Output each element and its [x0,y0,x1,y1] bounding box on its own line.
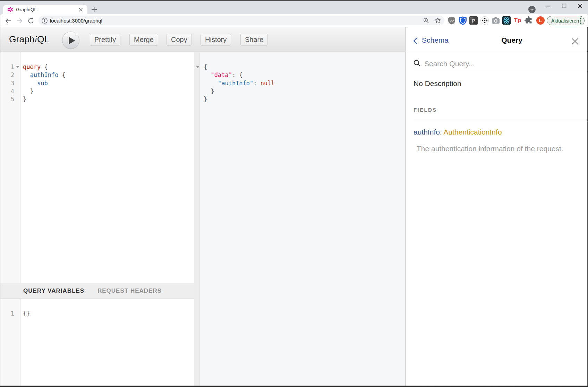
line-number: 1 [0,310,14,318]
field-name-link[interactable]: authInfo [414,128,440,136]
divider [414,120,588,120]
fold-arrow-icon[interactable] [196,66,199,68]
extensions-puzzle-icon[interactable] [524,16,533,25]
divider [414,72,588,72]
query-variables-editor[interactable]: 1 {} [0,299,194,386]
camera-extension-icon[interactable] [491,16,500,25]
result-viewer: { "data": { "authInfo": null }} [194,52,405,386]
svg-text:UO: UO [450,19,454,22]
line-number: 1 [0,63,14,71]
line-number: 5 [0,95,14,103]
play-icon [69,37,75,44]
ublock-extension-icon[interactable]: UO [447,16,456,25]
new-tab-button[interactable] [91,7,97,12]
graphql-favicon [8,7,13,12]
line-number: 4 [0,87,14,95]
share-button[interactable]: Share [240,34,268,46]
window-maximize-button[interactable] [559,3,569,9]
history-button[interactable]: History [201,34,231,46]
tab-request-headers[interactable]: REQUEST HEADERS [97,287,162,294]
react-devtools-extension-icon[interactable] [502,16,511,25]
svg-text:P: P [472,18,475,24]
tab-search-icon[interactable] [528,6,536,13]
field-item: authInfo: AuthenticationInfo [414,128,502,136]
browser-tab[interactable]: GraphiQL [3,5,87,15]
fields-section-label: FIELDS [414,107,437,113]
query-code[interactable]: query { authInfo { sub }} [23,63,66,103]
window-close-button[interactable] [575,3,585,9]
zoom-icon[interactable] [423,18,429,24]
copy-button[interactable]: Copy [167,34,192,46]
doc-search-input[interactable] [424,60,577,68]
graphiql-logo: GraphiQL [9,34,49,45]
search-icon [414,60,421,67]
site-info-icon[interactable] [42,18,48,24]
url-text[interactable]: localhost:3000/graphql [50,18,102,24]
address-bar[interactable]: localhost:3000/graphql [39,16,444,25]
update-chrome-label: Aktualisieren [551,18,579,24]
browser-tab-strip: GraphiQL [0,1,588,14]
bitwarden-extension-icon[interactable] [458,16,467,25]
doc-search-row [406,52,588,72]
doc-explorer-panel: Query Schema No Description FIELDS authI… [405,27,587,386]
result-code: { "data": { "authInfo": null }} [204,63,275,103]
tab-close-icon[interactable] [78,7,84,12]
result-fold-gutter [194,52,200,386]
field-description: The authentication information of the re… [417,145,563,153]
bookmark-star-icon[interactable] [435,17,441,24]
update-chrome-button[interactable]: Aktualisieren [547,16,585,25]
tab-query-variables[interactable]: QUERY VARIABLES [23,287,84,294]
merge-button[interactable]: Merge [129,34,158,46]
forward-icon[interactable] [16,17,23,24]
profile-avatar[interactable]: L [536,16,545,25]
fold-arrow-icon[interactable] [16,66,19,68]
prettify-button[interactable]: Prettify [90,34,120,46]
move-extension-icon[interactable] [480,16,489,25]
type-description: No Description [414,79,461,88]
chevron-left-icon [413,37,418,44]
line-number: 3 [0,79,14,87]
browser-toolbar: localhost:3000/graphql UO P [0,14,588,27]
variables-editor-gutter: 1 [0,299,20,386]
variables-code[interactable]: {} [23,310,30,318]
tab-title: GraphiQL [16,7,68,12]
execute-query-button[interactable] [62,32,79,49]
secondary-editor-title-bar: QUERY VARIABLES REQUEST HEADERS [0,283,194,299]
doc-explorer-header: Query Schema [406,27,588,52]
doc-back-label: Schema [422,36,449,44]
browser-menu-icon[interactable] [580,18,581,24]
field-type-link[interactable]: AuthenticationInfo [443,128,502,136]
p-extension-icon[interactable]: P [469,16,478,25]
reload-icon[interactable] [27,17,34,24]
tp-extension-icon[interactable]: Tp [513,16,522,25]
doc-close-icon[interactable] [571,38,579,45]
graphiql-topbar: GraphiQL Prettify Merge Copy History Sha… [0,27,405,52]
window-minimize-button[interactable] [543,3,552,9]
line-number: 2 [0,71,14,79]
back-icon[interactable] [5,17,12,24]
